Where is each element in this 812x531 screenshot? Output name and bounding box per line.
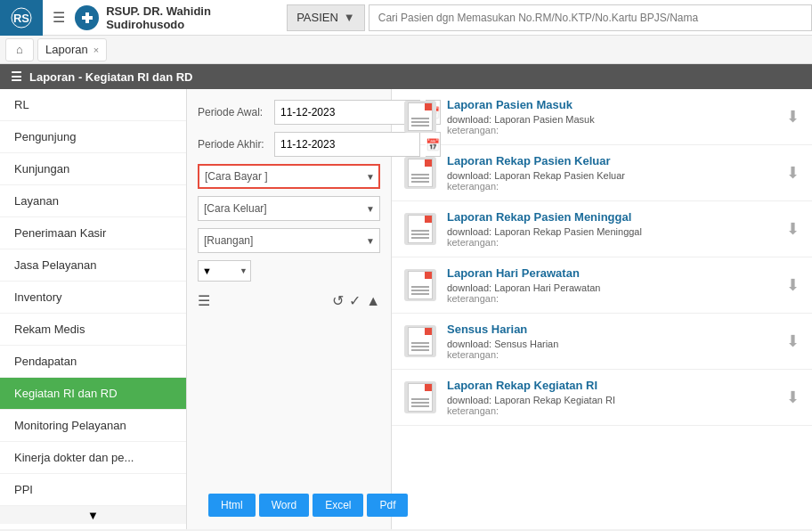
report-item-hari-perawatan[interactable]: Laporan Hari Perawatan download: Laporan… <box>392 257 812 314</box>
sidebar-item-rekam-medis[interactable]: Rekam Medis <box>0 314 186 346</box>
report-icon-1 <box>404 157 436 189</box>
report-title-2: Laporan Rekap Pasien Meninggal <box>447 210 786 224</box>
report-icon-2 <box>404 213 436 245</box>
report-keterangan-1: keterangan: <box>447 181 786 192</box>
report-item-sensus-harian[interactable]: Sensus Harian download: Sensus Harian ke… <box>392 314 812 370</box>
report-content-4: Sensus Harian download: Sensus Harian ke… <box>447 323 786 360</box>
laporan-tab[interactable]: Laporan × <box>37 38 107 61</box>
report-title-5: Laporan Rekap Kegiatan RI <box>447 379 786 392</box>
sidebar-item-kinerja-dokter[interactable]: Kinerja dokter dan pe... <box>0 442 186 474</box>
report-item-rekap-keluar[interactable]: Laporan Rekap Pasien Keluar download: La… <box>392 145 812 201</box>
sidebar-item-kunjungan[interactable]: Kunjungan <box>0 153 186 185</box>
close-icon[interactable]: × <box>93 45 99 55</box>
report-keterangan-2: keterangan: <box>447 237 786 248</box>
report-content-1: Laporan Rekap Pasien Keluar download: La… <box>447 154 786 192</box>
scroll-up-icon[interactable]: ▲ <box>366 293 380 309</box>
sidebar-scroll-down[interactable]: ▼ <box>0 506 186 524</box>
report-keterangan-0: keterangan: <box>447 125 786 135</box>
check-icon[interactable]: ✓ <box>349 292 361 309</box>
report-download-2: download: Laporan Rekap Pasien Meninggal <box>447 226 786 237</box>
report-keterangan-5: keterangan: <box>447 405 786 416</box>
report-title-1: Laporan Rekap Pasien Keluar <box>447 154 786 167</box>
home-tab[interactable]: ⌂ <box>5 38 34 61</box>
sidebar-item-inventory[interactable]: Inventory <box>0 282 186 314</box>
periode-akhir-label: Periode Akhir: <box>198 138 269 151</box>
report-title-4: Sensus Harian <box>447 323 786 336</box>
cara-bayar-wrap: [Cara Bayar ] <box>198 164 380 189</box>
cara-bayar-select[interactable]: [Cara Bayar ] <box>198 164 380 189</box>
word-button[interactable]: Word <box>259 494 309 517</box>
hamburger-icon[interactable]: ☰ <box>43 0 75 36</box>
menu-icon: ☰ <box>11 69 22 84</box>
report-icon-5 <box>404 381 436 413</box>
sidebar-item-jasa-pelayanan[interactable]: Jasa Pelayanan <box>0 249 186 282</box>
sidebar-item-penerimaan-kasir[interactable]: Penerimaan Kasir <box>0 217 186 249</box>
download-icon-5[interactable]: ⬇ <box>786 388 800 407</box>
download-icon-0[interactable]: ⬇ <box>786 107 800 127</box>
download-icon-4[interactable]: ⬇ <box>786 331 800 351</box>
download-icon-2[interactable]: ⬇ <box>786 219 800 239</box>
cara-keluar-select[interactable]: [Cara Keluar] <box>198 196 380 221</box>
bottom-buttons: Html Word Excel Pdf <box>198 488 380 522</box>
cara-keluar-wrap: [Cara Keluar] <box>198 196 380 221</box>
calendar-icon-akhir[interactable]: 📅 <box>426 132 441 157</box>
sidebar: RL Pengunjung Kunjungan Layanan Penerima… <box>0 89 187 529</box>
filter-toolbar: ☰ ↺ ✓ ▲ <box>198 292 380 309</box>
pasien-selector[interactable]: PASIEN ▼ <box>287 4 365 31</box>
report-content-5: Laporan Rekap Kegiatan RI download: Lapo… <box>447 379 786 416</box>
svg-rect-4 <box>82 16 93 20</box>
toolbar-icons-right: ↺ ✓ ▲ <box>332 292 380 309</box>
hospital-logo: RS <box>0 0 43 36</box>
sidebar-item-layanan[interactable]: Layanan <box>0 185 186 217</box>
report-item-pasien-masuk[interactable]: Laporan Pasien Masuk download: Laporan P… <box>392 89 812 145</box>
tabbar: ⌂ Laporan × <box>0 36 812 64</box>
report-download-4: download: Sensus Harian <box>447 339 786 349</box>
download-icon-1[interactable]: ⬇ <box>786 163 800 183</box>
sidebar-item-pendapatan[interactable]: Pendapatan <box>0 346 186 378</box>
excel-button[interactable]: Excel <box>313 494 363 517</box>
mini-select[interactable]: ▼ <box>198 260 251 282</box>
report-keterangan-4: keterangan: <box>447 349 786 360</box>
periode-awal-label: Periode Awal: <box>198 106 269 118</box>
scroll-down-icon: ▼ <box>87 509 99 522</box>
report-panel: Laporan Pasien Masuk download: Laporan P… <box>392 89 812 529</box>
sidebar-item-ppi[interactable]: PPI <box>0 474 186 506</box>
brand-area: RSUP. DR. Wahidin Sudirohusodo <box>75 4 287 31</box>
report-title-0: Laporan Pasien Masuk <box>447 98 786 111</box>
report-item-rekap-kegiatan-ri[interactable]: Laporan Rekap Kegiatan RI download: Lapo… <box>392 370 812 426</box>
sidebar-item-monitoring[interactable]: Monitoring Pelayanan <box>0 410 186 442</box>
section-header: ☰ Laporan - Kegiatan RI dan RD <box>0 64 812 89</box>
mini-select-wrap: ▼ <box>198 260 251 282</box>
ruangan-select[interactable]: [Ruangan] <box>198 228 380 253</box>
html-button[interactable]: Html <box>208 494 256 517</box>
hospital-name: RSUP. DR. Wahidin Sudirohusodo <box>106 4 287 31</box>
pdf-button[interactable]: Pdf <box>367 494 408 517</box>
history-icon[interactable]: ↺ <box>332 292 344 309</box>
sidebar-item-rl[interactable]: RL <box>0 89 186 121</box>
report-icon-4 <box>404 325 436 357</box>
laporan-tab-label: Laporan <box>45 43 88 56</box>
svg-text:RS: RS <box>13 12 29 25</box>
report-content-2: Laporan Rekap Pasien Meninggal download:… <box>447 210 786 248</box>
report-keterangan-3: keterangan: <box>447 293 786 304</box>
sidebar-item-pengunjung[interactable]: Pengunjung <box>0 121 186 153</box>
report-download-5: download: Laporan Rekap Kegiatan RI <box>447 395 786 405</box>
ruangan-wrap: [Ruangan] <box>198 228 380 253</box>
report-icon-3 <box>404 269 436 301</box>
report-content-0: Laporan Pasien Masuk download: Laporan P… <box>447 98 786 135</box>
report-download-3: download: Laporan Hari Perawatan <box>447 282 786 293</box>
pasien-arrow-icon: ▼ <box>344 11 355 24</box>
periode-akhir-input[interactable] <box>274 132 420 157</box>
periode-awal-input[interactable] <box>274 100 420 125</box>
topbar: RS ☰ RSUP. DR. Wahidin Sudirohusodo PASI… <box>0 0 812 36</box>
sidebar-item-kegiatan-ri-rd[interactable]: Kegiatan RI dan RD <box>0 378 186 410</box>
report-item-rekap-meninggal[interactable]: Laporan Rekap Pasien Meninggal download:… <box>392 201 812 257</box>
download-icon-3[interactable]: ⬇ <box>786 275 800 295</box>
report-content-3: Laporan Hari Perawatan download: Laporan… <box>447 266 786 304</box>
section-title: Laporan - Kegiatan RI dan RD <box>29 70 192 84</box>
search-input[interactable] <box>369 4 812 31</box>
content-area: Periode Awal: 📅 Periode Akhir: 📅 [Cara B… <box>187 89 812 529</box>
pasien-label: PASIEN <box>296 11 338 24</box>
main-layout: RL Pengunjung Kunjungan Layanan Penerima… <box>0 89 812 529</box>
list-icon[interactable]: ☰ <box>198 292 210 309</box>
